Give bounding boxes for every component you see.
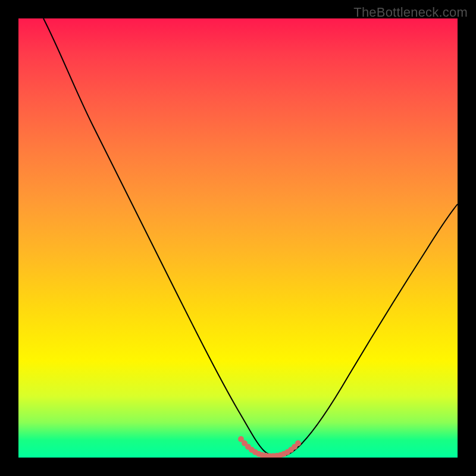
chart-plot-area — [18, 18, 458, 458]
watermark-text: TheBottleneck.com — [353, 5, 468, 20]
sweet-spot-markers — [238, 436, 301, 458]
svg-point-16 — [295, 440, 301, 446]
chart-svg — [18, 18, 458, 458]
bottleneck-curve-line — [43, 18, 458, 456]
chart-frame: TheBottleneck.com — [0, 0, 476, 476]
